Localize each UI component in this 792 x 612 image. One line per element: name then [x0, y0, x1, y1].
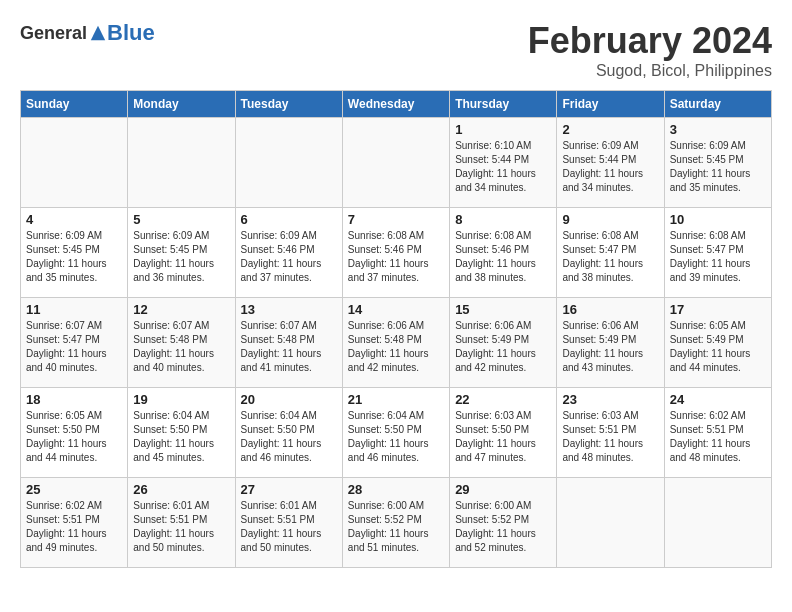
day-number: 12 [133, 302, 229, 317]
location-subtitle: Sugod, Bicol, Philippines [528, 62, 772, 80]
weekday-header-tuesday: Tuesday [235, 91, 342, 118]
weekday-header-row: SundayMondayTuesdayWednesdayThursdayFrid… [21, 91, 772, 118]
day-info: Sunrise: 6:08 AM Sunset: 5:47 PM Dayligh… [670, 229, 766, 285]
day-info: Sunrise: 6:08 AM Sunset: 5:46 PM Dayligh… [455, 229, 551, 285]
day-number: 10 [670, 212, 766, 227]
calendar-cell: 10Sunrise: 6:08 AM Sunset: 5:47 PM Dayli… [664, 208, 771, 298]
day-info: Sunrise: 6:03 AM Sunset: 5:50 PM Dayligh… [455, 409, 551, 465]
day-number: 27 [241, 482, 337, 497]
calendar-cell: 4Sunrise: 6:09 AM Sunset: 5:45 PM Daylig… [21, 208, 128, 298]
day-number: 5 [133, 212, 229, 227]
calendar-cell: 2Sunrise: 6:09 AM Sunset: 5:44 PM Daylig… [557, 118, 664, 208]
calendar-cell: 28Sunrise: 6:00 AM Sunset: 5:52 PM Dayli… [342, 478, 449, 568]
day-number: 15 [455, 302, 551, 317]
weekday-header-thursday: Thursday [450, 91, 557, 118]
day-number: 4 [26, 212, 122, 227]
calendar-cell: 23Sunrise: 6:03 AM Sunset: 5:51 PM Dayli… [557, 388, 664, 478]
calendar-cell: 18Sunrise: 6:05 AM Sunset: 5:50 PM Dayli… [21, 388, 128, 478]
day-number: 8 [455, 212, 551, 227]
logo-blue-text: Blue [107, 20, 155, 46]
calendar-cell: 20Sunrise: 6:04 AM Sunset: 5:50 PM Dayli… [235, 388, 342, 478]
day-info: Sunrise: 6:03 AM Sunset: 5:51 PM Dayligh… [562, 409, 658, 465]
day-number: 2 [562, 122, 658, 137]
weekday-header-friday: Friday [557, 91, 664, 118]
calendar-week-0: 1Sunrise: 6:10 AM Sunset: 5:44 PM Daylig… [21, 118, 772, 208]
day-info: Sunrise: 6:09 AM Sunset: 5:45 PM Dayligh… [670, 139, 766, 195]
day-info: Sunrise: 6:07 AM Sunset: 5:47 PM Dayligh… [26, 319, 122, 375]
day-number: 20 [241, 392, 337, 407]
day-number: 18 [26, 392, 122, 407]
day-info: Sunrise: 6:06 AM Sunset: 5:49 PM Dayligh… [562, 319, 658, 375]
calendar-week-2: 11Sunrise: 6:07 AM Sunset: 5:47 PM Dayli… [21, 298, 772, 388]
calendar-cell: 5Sunrise: 6:09 AM Sunset: 5:45 PM Daylig… [128, 208, 235, 298]
day-info: Sunrise: 6:04 AM Sunset: 5:50 PM Dayligh… [241, 409, 337, 465]
day-number: 23 [562, 392, 658, 407]
calendar-cell: 22Sunrise: 6:03 AM Sunset: 5:50 PM Dayli… [450, 388, 557, 478]
calendar-cell: 3Sunrise: 6:09 AM Sunset: 5:45 PM Daylig… [664, 118, 771, 208]
day-number: 26 [133, 482, 229, 497]
weekday-header-saturday: Saturday [664, 91, 771, 118]
calendar-cell: 26Sunrise: 6:01 AM Sunset: 5:51 PM Dayli… [128, 478, 235, 568]
day-number: 14 [348, 302, 444, 317]
weekday-header-wednesday: Wednesday [342, 91, 449, 118]
calendar-cell [342, 118, 449, 208]
weekday-header-sunday: Sunday [21, 91, 128, 118]
calendar-cell: 25Sunrise: 6:02 AM Sunset: 5:51 PM Dayli… [21, 478, 128, 568]
logo: General Blue [20, 20, 155, 46]
day-info: Sunrise: 6:09 AM Sunset: 5:45 PM Dayligh… [26, 229, 122, 285]
day-number: 21 [348, 392, 444, 407]
calendar-cell: 6Sunrise: 6:09 AM Sunset: 5:46 PM Daylig… [235, 208, 342, 298]
day-number: 19 [133, 392, 229, 407]
day-number: 1 [455, 122, 551, 137]
day-info: Sunrise: 6:09 AM Sunset: 5:46 PM Dayligh… [241, 229, 337, 285]
day-info: Sunrise: 6:04 AM Sunset: 5:50 PM Dayligh… [348, 409, 444, 465]
calendar-cell: 17Sunrise: 6:05 AM Sunset: 5:49 PM Dayli… [664, 298, 771, 388]
day-info: Sunrise: 6:00 AM Sunset: 5:52 PM Dayligh… [348, 499, 444, 555]
calendar-cell: 14Sunrise: 6:06 AM Sunset: 5:48 PM Dayli… [342, 298, 449, 388]
day-number: 9 [562, 212, 658, 227]
day-number: 24 [670, 392, 766, 407]
weekday-header-monday: Monday [128, 91, 235, 118]
logo-icon [89, 24, 107, 42]
day-number: 28 [348, 482, 444, 497]
calendar-cell: 19Sunrise: 6:04 AM Sunset: 5:50 PM Dayli… [128, 388, 235, 478]
calendar-cell [21, 118, 128, 208]
day-info: Sunrise: 6:06 AM Sunset: 5:48 PM Dayligh… [348, 319, 444, 375]
calendar-week-3: 18Sunrise: 6:05 AM Sunset: 5:50 PM Dayli… [21, 388, 772, 478]
calendar-cell: 8Sunrise: 6:08 AM Sunset: 5:46 PM Daylig… [450, 208, 557, 298]
calendar-cell: 21Sunrise: 6:04 AM Sunset: 5:50 PM Dayli… [342, 388, 449, 478]
day-info: Sunrise: 6:02 AM Sunset: 5:51 PM Dayligh… [670, 409, 766, 465]
day-info: Sunrise: 6:01 AM Sunset: 5:51 PM Dayligh… [241, 499, 337, 555]
calendar-week-1: 4Sunrise: 6:09 AM Sunset: 5:45 PM Daylig… [21, 208, 772, 298]
calendar-cell [128, 118, 235, 208]
day-info: Sunrise: 6:07 AM Sunset: 5:48 PM Dayligh… [241, 319, 337, 375]
day-info: Sunrise: 6:08 AM Sunset: 5:47 PM Dayligh… [562, 229, 658, 285]
calendar-cell: 29Sunrise: 6:00 AM Sunset: 5:52 PM Dayli… [450, 478, 557, 568]
calendar-cell: 12Sunrise: 6:07 AM Sunset: 5:48 PM Dayli… [128, 298, 235, 388]
calendar-cell: 11Sunrise: 6:07 AM Sunset: 5:47 PM Dayli… [21, 298, 128, 388]
calendar-cell: 9Sunrise: 6:08 AM Sunset: 5:47 PM Daylig… [557, 208, 664, 298]
calendar-cell: 7Sunrise: 6:08 AM Sunset: 5:46 PM Daylig… [342, 208, 449, 298]
calendar-cell: 27Sunrise: 6:01 AM Sunset: 5:51 PM Dayli… [235, 478, 342, 568]
day-number: 6 [241, 212, 337, 227]
day-info: Sunrise: 6:02 AM Sunset: 5:51 PM Dayligh… [26, 499, 122, 555]
svg-marker-0 [91, 26, 105, 40]
calendar-cell [235, 118, 342, 208]
day-info: Sunrise: 6:09 AM Sunset: 5:45 PM Dayligh… [133, 229, 229, 285]
title-section: February 2024 Sugod, Bicol, Philippines [528, 20, 772, 80]
calendar-cell: 16Sunrise: 6:06 AM Sunset: 5:49 PM Dayli… [557, 298, 664, 388]
day-number: 25 [26, 482, 122, 497]
day-info: Sunrise: 6:01 AM Sunset: 5:51 PM Dayligh… [133, 499, 229, 555]
calendar-cell: 15Sunrise: 6:06 AM Sunset: 5:49 PM Dayli… [450, 298, 557, 388]
day-info: Sunrise: 6:05 AM Sunset: 5:50 PM Dayligh… [26, 409, 122, 465]
calendar-cell: 13Sunrise: 6:07 AM Sunset: 5:48 PM Dayli… [235, 298, 342, 388]
day-info: Sunrise: 6:10 AM Sunset: 5:44 PM Dayligh… [455, 139, 551, 195]
calendar-cell: 24Sunrise: 6:02 AM Sunset: 5:51 PM Dayli… [664, 388, 771, 478]
day-number: 16 [562, 302, 658, 317]
day-number: 11 [26, 302, 122, 317]
day-number: 3 [670, 122, 766, 137]
calendar-table: SundayMondayTuesdayWednesdayThursdayFrid… [20, 90, 772, 568]
month-year-title: February 2024 [528, 20, 772, 62]
day-info: Sunrise: 6:09 AM Sunset: 5:44 PM Dayligh… [562, 139, 658, 195]
calendar-cell [557, 478, 664, 568]
